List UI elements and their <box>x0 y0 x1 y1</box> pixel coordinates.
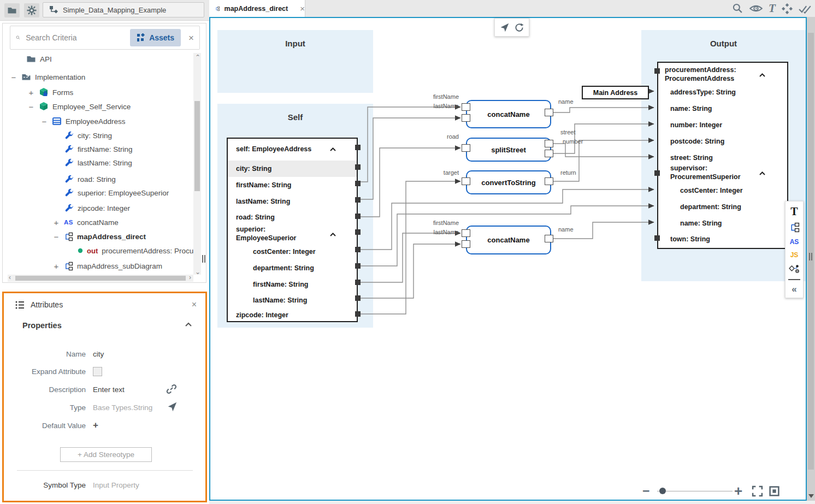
collapse-icon[interactable] <box>330 233 336 236</box>
output-port[interactable] <box>545 177 553 185</box>
port-costcenter[interactable] <box>355 247 361 252</box>
row-label: name: String <box>680 220 722 227</box>
output-panel-header[interactable]: procurementAddress: ProcurementAddress <box>658 63 787 87</box>
scroll-down-icon[interactable] <box>808 494 814 498</box>
output-row-costcenter[interactable]: costCenter: Integer <box>658 185 787 196</box>
output-row-department[interactable]: department: String <box>658 201 787 212</box>
port-procurement-address[interactable] <box>654 68 660 74</box>
function-box-converttostring[interactable]: convertToString <box>466 170 551 194</box>
self-row-department[interactable]: department: String <box>228 260 357 276</box>
main-address-annotation[interactable]: Main Address <box>582 86 649 99</box>
text-symbol-tool[interactable]: T <box>790 206 798 217</box>
wire-label-return: return <box>560 169 576 176</box>
zoom-in-button[interactable]: + <box>734 483 742 500</box>
wire-label-road: road <box>415 133 459 140</box>
collapse-icon[interactable] <box>330 147 336 151</box>
function-box-concatname-1[interactable]: concatName <box>466 100 551 128</box>
function-label: concatName <box>487 110 529 118</box>
port-superior-lastname[interactable] <box>355 295 361 301</box>
self-row-superior[interactable]: superior: EmployeeSuperior <box>228 225 357 244</box>
port-firstname[interactable] <box>355 181 361 186</box>
port-road[interactable] <box>355 214 361 219</box>
output-port[interactable] <box>545 150 553 157</box>
collapse-toolbar-icon[interactable]: « <box>792 286 796 293</box>
wire-label-name: name <box>558 226 574 233</box>
row-label: firstName: String <box>236 181 291 189</box>
output-row-number[interactable]: number: Integer <box>658 120 787 131</box>
row-label: lastName: String <box>236 198 290 205</box>
self-row-superior-firstname[interactable]: firstName: String <box>228 276 357 293</box>
self-row-costcenter[interactable]: costCenter: Integer <box>228 244 357 260</box>
output-port[interactable] <box>545 109 553 116</box>
row-label: name: String <box>670 105 712 112</box>
port-superior[interactable] <box>355 229 361 235</box>
right-resize-handle[interactable] <box>809 253 812 260</box>
self-row-zipcode[interactable]: zipcode: Integer <box>228 308 357 322</box>
condition-tool-icon[interactable] <box>789 264 800 274</box>
output-variable-panel[interactable]: procurementAddress: ProcurementAddress a… <box>657 62 788 249</box>
output-row-addresstype[interactable]: addressType: String <box>658 87 787 98</box>
row-label: street: String <box>670 154 713 162</box>
self-row-firstname[interactable]: firstName: String <box>228 177 357 193</box>
self-row-city[interactable]: city: String <box>228 161 357 177</box>
row-label: city: String <box>236 165 271 173</box>
input-port[interactable] <box>462 177 470 185</box>
wire-label-firstname: firstName <box>415 220 459 226</box>
collapse-icon[interactable] <box>759 73 765 77</box>
output-row-name[interactable]: name: String <box>658 103 787 114</box>
toolbar-divider <box>788 279 800 280</box>
port-town[interactable] <box>654 235 660 241</box>
row-label: firstName: String <box>253 281 308 288</box>
port-city[interactable] <box>355 164 361 170</box>
output-port[interactable] <box>545 140 553 147</box>
fit-to-screen-icon[interactable] <box>769 485 780 497</box>
refresh-icon[interactable] <box>514 22 524 33</box>
input-port[interactable] <box>462 144 470 152</box>
output-row-postcode[interactable]: postcode: String <box>658 136 787 147</box>
action-script-tool[interactable]: AS <box>790 238 799 246</box>
output-row-supervisor[interactable]: supervisor: ProcurementSuperior <box>658 163 787 183</box>
output-row-street[interactable]: street: String <box>658 152 787 163</box>
self-panel-header[interactable]: self: EmployeeAddress <box>228 139 357 159</box>
input-port[interactable] <box>462 229 470 237</box>
collapse-icon[interactable] <box>759 171 765 175</box>
port-self[interactable] <box>355 145 361 150</box>
sidebar-resize-handle[interactable] <box>202 255 205 263</box>
self-variable-panel[interactable]: self: EmployeeAddress city: String first… <box>227 138 358 322</box>
self-row-lastname[interactable]: lastName: String <box>228 193 357 210</box>
function-label: concatName <box>487 236 529 244</box>
input-port[interactable] <box>462 240 470 248</box>
output-row-supervisor-name[interactable]: name: String <box>658 218 787 229</box>
output-port[interactable] <box>545 235 553 242</box>
javascript-tool[interactable]: JS <box>790 251 799 259</box>
port-zipcode[interactable] <box>355 311 361 317</box>
fullscreen-icon[interactable] <box>752 485 763 497</box>
row-label: postcode: String <box>670 138 724 145</box>
self-panel-title: self: EmployeeAddress <box>236 145 311 153</box>
navigate-icon[interactable] <box>499 22 510 33</box>
function-box-concatname-2[interactable]: concatName <box>466 226 551 254</box>
self-row-superior-lastname[interactable]: lastName: String <box>228 293 357 308</box>
zoom-slider-track[interactable] <box>657 491 733 491</box>
port-lastname[interactable] <box>355 197 361 203</box>
output-row-town[interactable]: town: String <box>658 234 787 245</box>
wire-label-firstname: firstName <box>415 93 459 100</box>
input-port[interactable] <box>462 114 470 122</box>
output-panel-title: procurementAddress: ProcurementAddress <box>665 66 759 83</box>
zoom-out-button[interactable]: − <box>642 484 649 499</box>
row-label: costCenter: Integer <box>680 187 743 194</box>
port-department[interactable] <box>355 263 361 269</box>
port-supervisor[interactable] <box>654 170 660 176</box>
self-row-road[interactable]: road: String <box>228 210 357 225</box>
function-box-splitstreet[interactable]: splitStreet <box>466 138 551 162</box>
input-port[interactable] <box>462 103 470 111</box>
wire-label-lastname: lastName <box>415 229 459 235</box>
subdiagram-tool-icon[interactable] <box>789 222 800 233</box>
canvas-quick-toolbar <box>494 18 529 37</box>
zoom-slider-thumb[interactable] <box>659 488 666 494</box>
wire-label-name: name <box>558 98 574 105</box>
annotation-label: Main Address <box>593 89 638 97</box>
port-superior-firstname[interactable] <box>355 280 361 285</box>
function-label: splitStreet <box>491 146 526 154</box>
row-label: costCenter: Integer <box>253 248 316 256</box>
